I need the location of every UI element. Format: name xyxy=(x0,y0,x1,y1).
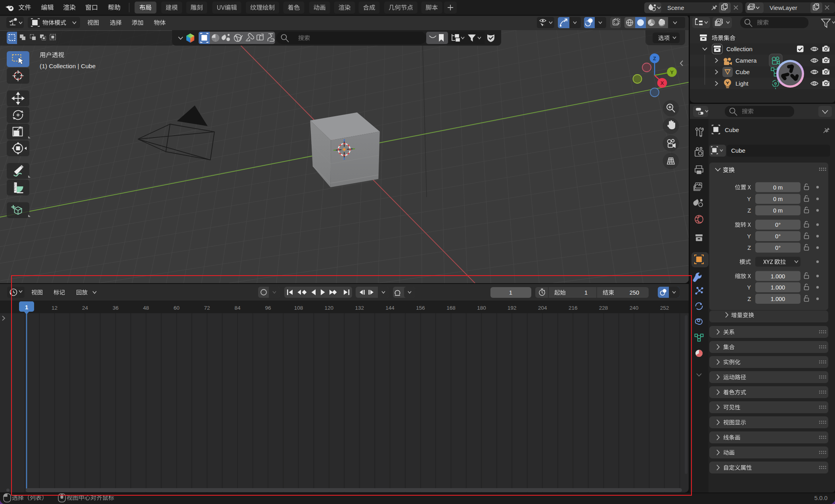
svg-text:(1) Collection | Cube: (1) Collection | Cube xyxy=(40,63,96,69)
svg-text:Y: Y xyxy=(747,284,751,291)
svg-text:ViewLayer: ViewLayer xyxy=(770,4,797,11)
svg-text:Light: Light xyxy=(735,80,749,87)
svg-text:0 m: 0 m xyxy=(773,207,783,214)
svg-text:Z: Z xyxy=(747,245,751,251)
svg-text:5.0.0: 5.0.0 xyxy=(814,494,827,501)
svg-text:Cube: Cube xyxy=(735,69,750,75)
svg-text:Z: Z xyxy=(653,56,656,61)
svg-text:Cube: Cube xyxy=(725,126,739,133)
svg-text:Camera: Camera xyxy=(735,57,757,64)
svg-text:0 m: 0 m xyxy=(773,196,783,202)
svg-text:0°: 0° xyxy=(775,233,781,240)
svg-text:Cube: Cube xyxy=(731,147,745,154)
svg-text:0 m: 0 m xyxy=(773,184,783,191)
svg-text:Y: Y xyxy=(747,233,751,240)
svg-text:1.000: 1.000 xyxy=(771,273,785,280)
svg-text:X: X xyxy=(661,80,664,86)
svg-text:Y: Y xyxy=(670,69,674,75)
svg-text:1.000: 1.000 xyxy=(771,284,785,291)
svg-text:1.000: 1.000 xyxy=(771,296,785,302)
svg-text:Y: Y xyxy=(747,196,751,202)
svg-text:Z: Z xyxy=(747,296,751,302)
svg-text:Collection: Collection xyxy=(726,46,753,52)
svg-text:0°: 0° xyxy=(775,222,781,228)
svg-text:0°: 0° xyxy=(775,245,781,251)
svg-text:Scene: Scene xyxy=(667,4,684,11)
svg-text:Z: Z xyxy=(747,207,751,214)
